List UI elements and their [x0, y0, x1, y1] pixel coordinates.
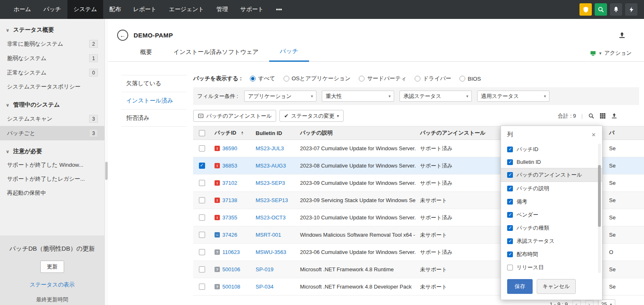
- column-option-bulletin-id[interactable]: Bulletin ID: [501, 156, 602, 168]
- column-checkbox[interactable]: [507, 159, 513, 165]
- sidebar-section-status-overview[interactable]: ∨ ステータス概要: [0, 22, 104, 37]
- patch-id-link[interactable]: 500108: [222, 284, 240, 290]
- sidebar-item-by-patch[interactable]: パッチごと 3: [0, 126, 104, 140]
- row-checkbox[interactable]: [199, 180, 205, 186]
- nav-item-systems[interactable]: システム: [67, 0, 103, 19]
- patch-id-link[interactable]: 37138: [222, 197, 237, 203]
- tab-installed-software[interactable]: インストール済みソフトウェア: [163, 48, 269, 61]
- column-header-clipped[interactable]: パ: [605, 129, 644, 137]
- column-chooser-grid-icon[interactable]: [600, 113, 606, 119]
- column-checkbox[interactable]: [507, 265, 513, 270]
- global-search-icon[interactable]: [595, 3, 607, 16]
- next-page-button[interactable]: ›: [585, 300, 593, 305]
- nav-item-agent[interactable]: エージェント: [163, 0, 210, 19]
- update-button[interactable]: 更新: [40, 261, 64, 273]
- row-checkbox[interactable]: [199, 232, 205, 238]
- column-header-description[interactable]: パッチの説明: [296, 129, 416, 137]
- radio-option-driver[interactable]: ドライバー: [415, 75, 451, 82]
- sidebar-item-vulnerable-systems[interactable]: 脆弱なシステム 1: [0, 51, 104, 65]
- close-icon[interactable]: ✕: [591, 132, 596, 138]
- security-shield-icon[interactable]: [579, 3, 592, 16]
- sidebar-item-system-status-policy[interactable]: システムステータスポリシー: [0, 80, 104, 94]
- nav-item-deployment[interactable]: 配布: [103, 0, 127, 19]
- subnav-item-installed[interactable]: インストール済み: [121, 92, 187, 109]
- subnav-item-declined[interactable]: 拒否済み: [121, 109, 187, 127]
- actions-dropdown[interactable]: ▾ アクション: [590, 49, 632, 61]
- column-header-uninstall[interactable]: パッチのアンインストール: [416, 129, 497, 137]
- column-checkbox[interactable]: [507, 225, 513, 231]
- radio-option-third-party[interactable]: サードパーティ: [359, 75, 406, 82]
- filter-select-apply-status[interactable]: 適用ステータス ▾: [477, 91, 549, 102]
- cancel-button[interactable]: キャンセル: [537, 279, 576, 294]
- column-option-deploy-time[interactable]: 配布時間: [501, 248, 602, 261]
- patch-id-link[interactable]: 37355: [222, 214, 237, 221]
- filter-select-approval-status[interactable]: 承認ステータス ▾: [399, 91, 472, 102]
- column-checkbox[interactable]: [507, 147, 513, 152]
- popup-scrollbar-thumb[interactable]: [598, 165, 601, 227]
- radio-option-os-apps[interactable]: OSとアプリケーション: [284, 75, 351, 82]
- bulletin-id-link[interactable]: MS23-SEP3: [256, 180, 285, 186]
- row-checkbox[interactable]: [199, 284, 205, 290]
- column-option-approval-status[interactable]: 承認ステータス: [501, 235, 602, 248]
- row-checkbox[interactable]: [199, 163, 205, 169]
- nav-item-more[interactable]: •••: [270, 0, 289, 19]
- nav-item-patch[interactable]: パッチ: [37, 0, 67, 19]
- column-header-patch-id[interactable]: パッチID: [215, 129, 236, 137]
- sidebar-item-eol-windows[interactable]: サポートが終了した Window...: [0, 158, 104, 172]
- show-status-link[interactable]: ステータスの表示: [6, 281, 99, 289]
- column-option-vendor[interactable]: ベンダー: [501, 208, 602, 221]
- uninstall-patch-button[interactable]: パッチのアンインストール: [193, 110, 276, 122]
- notifications-bell-icon[interactable]: [610, 3, 622, 16]
- column-header-bulletin-id[interactable]: Bulletin ID: [252, 130, 296, 136]
- patch-id-link[interactable]: 110623: [222, 249, 240, 255]
- sidebar-item-eol-legacy[interactable]: サポートが終了したレガシー...: [0, 172, 104, 186]
- table-export-icon[interactable]: [611, 113, 617, 119]
- column-option-patch-id[interactable]: パッチID: [501, 143, 602, 156]
- column-checkbox[interactable]: [507, 172, 513, 178]
- bulletin-id-link[interactable]: MS23-SEP13: [256, 197, 288, 203]
- tab-summary[interactable]: 概要: [129, 48, 163, 61]
- nav-item-support[interactable]: サポート: [234, 0, 270, 19]
- filter-select-application[interactable]: アプリケーション ▾: [244, 91, 316, 102]
- radio-option-all[interactable]: すべて: [250, 75, 275, 82]
- nav-item-home[interactable]: ホーム: [7, 0, 37, 19]
- page-size-select[interactable]: 25 ▾: [598, 299, 616, 305]
- row-checkbox[interactable]: [199, 145, 205, 151]
- sidebar-scrollbar-thumb[interactable]: [105, 162, 108, 180]
- bulletin-id-link[interactable]: SP-019: [256, 266, 273, 272]
- sidebar-item-highly-vulnerable-systems[interactable]: 非常に脆弱なシステム 2: [0, 37, 104, 51]
- row-checkbox[interactable]: [199, 249, 205, 255]
- bulletin-id-link[interactable]: MS23-AUG3: [256, 163, 286, 169]
- column-option-remarks[interactable]: 備考: [501, 195, 602, 208]
- sort-icon[interactable]: ▲▼: [241, 131, 244, 135]
- sidebar-item-reboot-pending[interactable]: 再起動の保留中: [0, 186, 104, 200]
- sidebar-section-managed-systems[interactable]: ∨ 管理中のシステム: [0, 97, 104, 112]
- bulletin-id-link[interactable]: MS23-JUL3: [256, 145, 284, 151]
- row-checkbox[interactable]: [199, 266, 205, 272]
- subnav-item-missing[interactable]: 欠落している: [121, 75, 187, 92]
- patch-id-link[interactable]: 36590: [222, 145, 237, 151]
- column-checkbox[interactable]: [507, 251, 513, 257]
- table-search-icon[interactable]: [588, 113, 594, 119]
- tab-patches[interactable]: パッチ: [269, 47, 309, 62]
- radio-option-bios[interactable]: BIOS: [459, 76, 481, 82]
- row-checkbox[interactable]: [199, 214, 205, 221]
- column-option-patch-uninstall[interactable]: パッチのアンインストール: [501, 168, 602, 182]
- column-checkbox[interactable]: [507, 212, 513, 218]
- save-button[interactable]: 保存: [507, 279, 533, 294]
- patch-id-link[interactable]: 500106: [222, 266, 240, 272]
- back-button[interactable]: ←: [117, 30, 128, 41]
- nav-item-reports[interactable]: レポート: [127, 0, 163, 19]
- patch-id-link[interactable]: 37426: [222, 232, 237, 238]
- column-option-release-date[interactable]: リリース日: [501, 261, 602, 274]
- sidebar-item-system-scan[interactable]: システムスキャン 3: [0, 112, 104, 126]
- column-checkbox[interactable]: [507, 199, 513, 205]
- quick-actions-flash-icon[interactable]: [625, 3, 637, 16]
- row-checkbox[interactable]: [199, 197, 205, 203]
- filter-select-severity[interactable]: 重大性 ▾: [322, 91, 394, 102]
- patch-id-link[interactable]: 36853: [222, 163, 237, 169]
- column-option-patch-type[interactable]: パッチの種類: [501, 221, 602, 235]
- bulletin-id-link[interactable]: SP-034: [256, 284, 273, 290]
- column-checkbox[interactable]: [507, 186, 513, 191]
- column-checkbox[interactable]: [507, 238, 513, 244]
